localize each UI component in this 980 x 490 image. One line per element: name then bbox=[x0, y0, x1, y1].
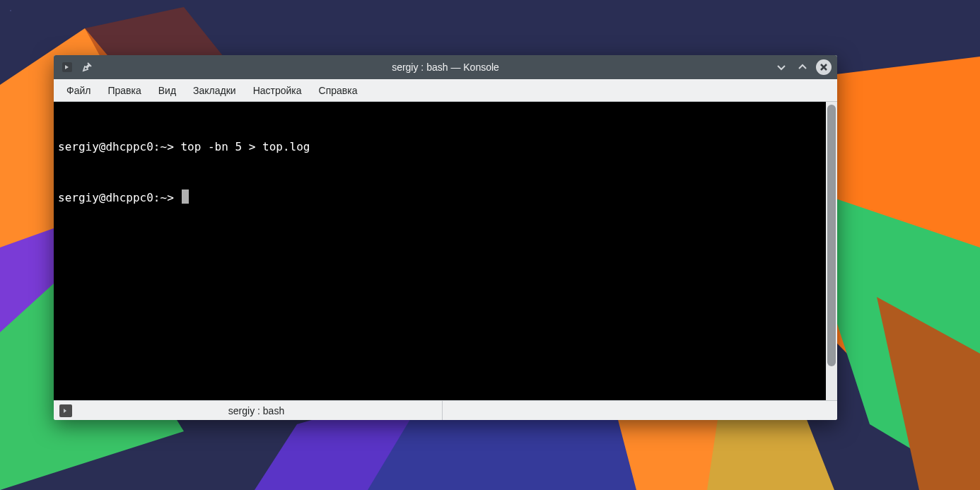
pin-icon[interactable] bbox=[79, 59, 95, 75]
menubar: Файл Правка Вид Закладки Настройка Справ… bbox=[54, 79, 837, 102]
tab-label: sergiy : bash bbox=[76, 405, 436, 416]
minimize-icon[interactable] bbox=[774, 59, 789, 75]
terminal-command bbox=[174, 191, 181, 204]
terminal-prompt: sergiy@dhcppc0:~> bbox=[58, 191, 174, 204]
konsole-window: sergiy : bash — Konsole Файл Правка Вид … bbox=[54, 55, 837, 420]
menu-file[interactable]: Файл bbox=[58, 82, 99, 99]
terminal-command: top -bn 5 > top.log bbox=[174, 140, 310, 153]
terminal-prompt: sergiy@dhcppc0:~> bbox=[58, 140, 174, 153]
terminal-cursor bbox=[182, 189, 189, 204]
terminal-scrollbar[interactable] bbox=[826, 102, 837, 400]
terminal-line: sergiy@dhcppc0:~> top -bn 5 > top.log bbox=[58, 139, 822, 156]
svg-point-1 bbox=[10, 10, 11, 11]
app-menu-icon[interactable] bbox=[59, 59, 75, 75]
terminal[interactable]: sergiy@dhcppc0:~> top -bn 5 > top.log se… bbox=[54, 102, 826, 400]
menu-help[interactable]: Справка bbox=[310, 82, 366, 99]
terminal-icon bbox=[59, 404, 72, 417]
window-title: sergiy : bash — Konsole bbox=[54, 62, 837, 73]
menu-settings[interactable]: Настройка bbox=[245, 82, 310, 99]
menu-view[interactable]: Вид bbox=[150, 82, 185, 99]
titlebar[interactable]: sergiy : bash — Konsole bbox=[54, 55, 837, 79]
tabbar: sergiy : bash bbox=[54, 400, 837, 420]
tab-session-1[interactable]: sergiy : bash bbox=[54, 401, 443, 420]
menu-bookmarks[interactable]: Закладки bbox=[185, 82, 245, 99]
terminal-area: sergiy@dhcppc0:~> top -bn 5 > top.log se… bbox=[54, 102, 837, 400]
scrollbar-thumb[interactable] bbox=[827, 105, 836, 366]
maximize-icon[interactable] bbox=[795, 59, 810, 75]
terminal-line: sergiy@dhcppc0:~> bbox=[58, 189, 822, 206]
close-icon[interactable] bbox=[816, 59, 832, 75]
menu-edit[interactable]: Правка bbox=[99, 82, 149, 99]
